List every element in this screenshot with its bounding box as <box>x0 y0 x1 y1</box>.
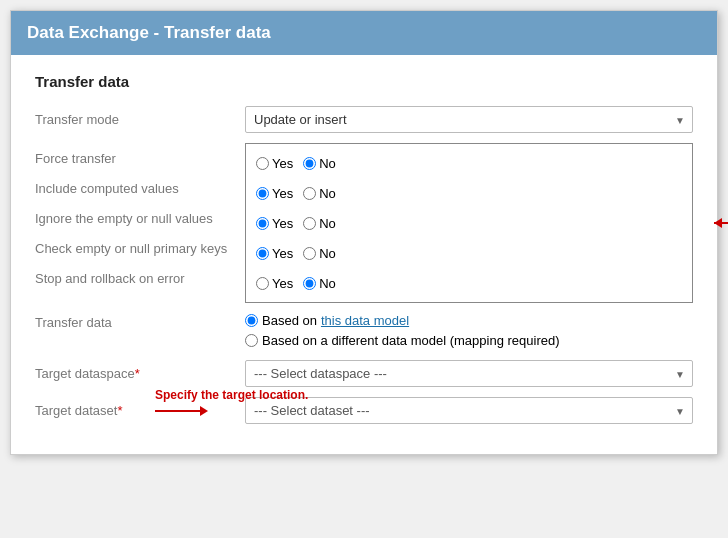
transfer-mode-select-wrapper: Update or insert Insert only Update only… <box>245 106 693 133</box>
include-computed-radio-group: Yes No <box>256 178 682 208</box>
force-transfer-yes-text: Yes <box>272 156 293 171</box>
transfer-mode-label: Transfer mode <box>35 112 245 127</box>
target-dataset-arrow <box>155 406 208 416</box>
check-empty-yes[interactable]: Yes <box>256 246 293 261</box>
target-dataspace-label: Target dataspace* <box>35 366 245 381</box>
transfer-data-control: Based on this data model Based on a diff… <box>245 313 693 348</box>
force-transfer-radio-group: Yes No <box>256 148 682 178</box>
force-transfer-label: Force transfer <box>35 143 245 173</box>
ignore-empty-no[interactable]: No <box>303 216 336 231</box>
transfer-data-link[interactable]: this data model <box>321 313 409 328</box>
stop-rollback-yes-radio[interactable] <box>256 277 269 290</box>
force-transfer-no-radio[interactable] <box>303 157 316 170</box>
transfer-data-option2-text: Based on a different data model (mapping… <box>262 333 560 348</box>
transfer-mode-row: Transfer mode Update or insert Insert on… <box>35 106 693 133</box>
stop-rollback-radio-group: Yes No <box>256 268 682 298</box>
include-computed-no[interactable]: No <box>303 186 336 201</box>
transfer-mode-control: Update or insert Insert only Update only… <box>245 106 693 133</box>
include-computed-label: Include computed values <box>35 173 245 203</box>
title-bar: Data Exchange - Transfer data <box>11 11 717 55</box>
ignore-empty-radio-group: Yes No <box>256 208 682 238</box>
target-dataset-control: --- Select dataset --- ▼ <box>245 397 693 424</box>
target-arrow-head-icon <box>200 406 208 416</box>
set-transfer-behavior-annotation: Set transfer behavior <box>714 216 728 230</box>
target-dataspace-select[interactable]: --- Select dataspace --- <box>245 360 693 387</box>
specify-target-text: Specify the target location. <box>155 388 308 402</box>
stop-rollback-yes[interactable]: Yes <box>256 276 293 291</box>
transfer-data-model2-radio[interactable] <box>245 334 258 347</box>
check-empty-keys-label: Check empty or null primary keys <box>35 233 245 263</box>
check-empty-no[interactable]: No <box>303 246 336 261</box>
radio-rows-section: Force transfer Include computed values I… <box>35 143 693 303</box>
include-computed-yes-text: Yes <box>272 186 293 201</box>
ignore-empty-label: Ignore the empty or null values <box>35 203 245 233</box>
section-title: Transfer data <box>35 73 693 90</box>
stop-rollback-label: Stop and rollback on error <box>35 263 245 293</box>
transfer-data-model2[interactable]: Based on a different data model (mapping… <box>245 333 693 348</box>
check-empty-yes-text: Yes <box>272 246 293 261</box>
include-computed-yes-radio[interactable] <box>256 187 269 200</box>
ignore-empty-yes-text: Yes <box>272 216 293 231</box>
stop-rollback-no[interactable]: No <box>303 276 336 291</box>
labels-column: Force transfer Include computed values I… <box>35 143 245 303</box>
ignore-empty-no-radio[interactable] <box>303 217 316 230</box>
stop-rollback-no-text: No <box>319 276 336 291</box>
target-dataset-required-star: * <box>117 403 122 418</box>
content-area: Transfer data Transfer mode Update or in… <box>11 55 717 454</box>
annotation-arrowhead-icon <box>714 218 722 228</box>
target-dataset-select[interactable]: --- Select dataset --- <box>245 397 693 424</box>
check-empty-yes-radio[interactable] <box>256 247 269 260</box>
include-computed-no-text: No <box>319 186 336 201</box>
check-empty-no-radio[interactable] <box>303 247 316 260</box>
force-transfer-no-text: No <box>319 156 336 171</box>
target-dataset-row: Target dataset* --- Select dataset --- ▼ <box>35 397 693 424</box>
stop-rollback-no-radio[interactable] <box>303 277 316 290</box>
target-dataspace-label-text: Target dataspace <box>35 366 135 381</box>
annotation-line <box>714 222 728 224</box>
include-computed-yes[interactable]: Yes <box>256 186 293 201</box>
check-empty-keys-radio-group: Yes No <box>256 238 682 268</box>
transfer-data-option1-prefix: Based on <box>262 313 317 328</box>
target-dataset-label: Target dataset* <box>35 403 245 418</box>
radio-box-container: Yes No Yes No <box>245 143 693 303</box>
target-arrow-line <box>155 410 200 412</box>
ignore-empty-yes[interactable]: Yes <box>256 216 293 231</box>
force-transfer-yes-radio[interactable] <box>256 157 269 170</box>
transfer-data-row: Transfer data Based on this data model B… <box>35 313 693 348</box>
window-title: Data Exchange - Transfer data <box>27 23 271 42</box>
ignore-empty-no-text: No <box>319 216 336 231</box>
target-dataspace-required-star: * <box>135 366 140 381</box>
force-transfer-no[interactable]: No <box>303 156 336 171</box>
target-dataspace-control: --- Select dataspace --- ▼ <box>245 360 693 387</box>
transfer-data-label: Transfer data <box>35 313 245 330</box>
target-dataspace-select-wrapper: --- Select dataspace --- ▼ <box>245 360 693 387</box>
main-window: Data Exchange - Transfer data Transfer d… <box>10 10 718 455</box>
target-dataset-select-wrapper: --- Select dataset --- ▼ <box>245 397 693 424</box>
transfer-data-model1-radio[interactable] <box>245 314 258 327</box>
specify-target-annotation: Specify the target location. <box>155 388 308 404</box>
transfer-mode-select[interactable]: Update or insert Insert only Update only <box>245 106 693 133</box>
force-transfer-yes[interactable]: Yes <box>256 156 293 171</box>
target-dataspace-row: Target dataspace* --- Select dataspace -… <box>35 360 693 387</box>
target-dataset-label-text: Target dataset <box>35 403 117 418</box>
transfer-data-model1[interactable]: Based on this data model <box>245 313 693 328</box>
check-empty-no-text: No <box>319 246 336 261</box>
stop-rollback-yes-text: Yes <box>272 276 293 291</box>
include-computed-no-radio[interactable] <box>303 187 316 200</box>
ignore-empty-yes-radio[interactable] <box>256 217 269 230</box>
